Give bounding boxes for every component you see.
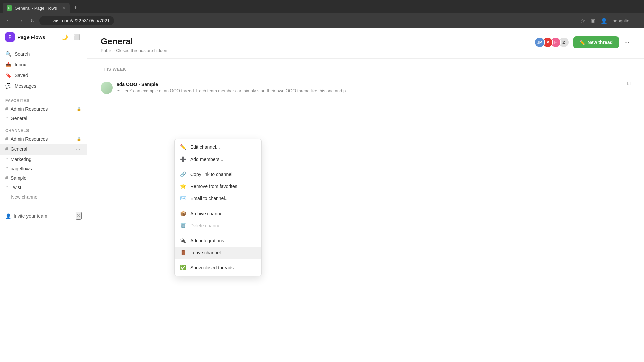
channel-title: General <box>101 36 534 47</box>
channel-body: This Week ada OOO - Sample e: Here's an … <box>87 59 644 362</box>
inbox-icon: 📥 <box>5 62 11 68</box>
sidebar-item-pageflows[interactable]: # pageflows ··· <box>0 164 87 173</box>
saved-label: Saved <box>15 73 28 78</box>
menu-item-label: Edit channel... <box>190 144 220 150</box>
menu-item-remove-favorites[interactable]: ⭐ Remove from favorites <box>175 180 261 192</box>
new-thread-icon: ✏️ <box>579 40 585 45</box>
hash-icon: # <box>5 157 8 162</box>
address-bar[interactable] <box>39 16 114 25</box>
browser-toolbar: ← → ↻ 🔒 ☆ ▣ 👤 Incognito ⋮ <box>0 13 644 28</box>
archive-icon: 📦 <box>180 210 186 217</box>
lock-icon: 🔒 <box>77 137 82 141</box>
menu-item-label: Archive channel... <box>190 211 227 216</box>
leave-icon: 🚪 <box>180 250 186 256</box>
channel-more-button[interactable]: ··· <box>75 146 82 153</box>
hash-icon: # <box>5 185 8 190</box>
channels-section: Channels # Admin Resources 🔒 ··· # Gener… <box>0 124 87 203</box>
channel-meta: Public · Closed threads are hidden <box>101 48 534 53</box>
back-button[interactable]: ← <box>4 16 13 25</box>
hash-icon: # <box>5 166 8 171</box>
menu-item-label: Delete channel... <box>190 223 225 228</box>
star-icon: ⭐ <box>180 183 186 189</box>
menu-item-show-closed-threads[interactable]: ✅ Show closed threads <box>175 262 261 274</box>
menu-item-label: Remove from favorites <box>190 184 237 189</box>
dark-mode-button[interactable]: 🌙 <box>60 33 69 41</box>
app-container: P Page Flows 🌙 ⬜ 🔍 Search 📥 Inbox 🔖 Save… <box>0 28 644 362</box>
tab-favicon: P <box>7 5 12 11</box>
sidebar-item-admin-resources[interactable]: # Admin Resources 🔒 ··· <box>0 134 87 144</box>
new-thread-label: New thread <box>588 40 613 45</box>
layout-button[interactable]: ⬜ <box>72 33 82 41</box>
messages-label: Messages <box>15 83 36 89</box>
invite-team-item[interactable]: 👤 Invite your team ✕ <box>0 209 87 222</box>
thread-content: ada OOO - Sample e: Here's an example of… <box>117 82 622 93</box>
thread-time: 1d <box>626 82 631 86</box>
menu-item-delete-channel: 🗑️ Delete channel... <box>175 220 261 232</box>
sidebar-item-saved[interactable]: 🔖 Saved <box>0 70 87 81</box>
menu-item-email-channel[interactable]: ✉️ Email to channel... <box>175 192 261 204</box>
tab-close-button[interactable]: ✕ <box>62 5 66 11</box>
sidebar-item-search[interactable]: 🔍 Search <box>0 49 87 59</box>
tab-bar: P General - Page Flows ✕ + <box>0 0 644 13</box>
menu-item-archive-channel[interactable]: 📦 Archive channel... <box>175 207 261 220</box>
invite-close-button[interactable]: ✕ <box>76 212 82 220</box>
workspace-name: Page Flows <box>17 34 57 40</box>
sidebar-item-inbox[interactable]: 📥 Inbox <box>0 59 87 70</box>
context-menu: ✏️ Edit channel... ➕ Add members... 🔗 Co… <box>174 139 262 276</box>
new-thread-button[interactable]: ✏️ New thread <box>573 36 619 48</box>
new-channel-button[interactable]: + New channel <box>0 192 87 202</box>
favorites-label: Favorites <box>0 96 87 104</box>
menu-divider-3 <box>175 233 261 233</box>
new-tab-button[interactable]: + <box>71 3 80 13</box>
channel-name: pageflows <box>11 166 82 171</box>
hash-icon: # <box>5 146 8 152</box>
invite-label: Invite your team <box>14 213 47 219</box>
address-bar-wrap: 🔒 <box>39 16 576 25</box>
channel-options-button[interactable]: ··· <box>623 38 631 47</box>
active-tab[interactable]: P General - Page Flows ✕ <box>3 3 70 13</box>
menu-item-leave-channel[interactable]: 🚪 Leave channel... <box>175 247 261 259</box>
menu-item-add-integrations[interactable]: 🔌 Add integrations... <box>175 235 261 247</box>
sidebar-item-messages[interactable]: 💬 Messages <box>0 81 87 92</box>
extension-button[interactable]: ▣ <box>589 16 597 25</box>
thread-item[interactable]: ada OOO - Sample e: Here's an example of… <box>101 77 631 99</box>
channels-label: Channels <box>0 126 87 134</box>
channel-header-info: General Public · Closed threads are hidd… <box>101 36 534 53</box>
sidebar-item-general-fav[interactable]: # General ··· <box>0 114 87 123</box>
forward-button[interactable]: → <box>16 16 25 25</box>
hash-icon: # <box>5 106 8 112</box>
lock-icon: 🔒 <box>77 107 82 111</box>
tab-title: General - Page Flows <box>15 6 59 11</box>
bookmark-button[interactable]: ☆ <box>579 16 586 25</box>
hash-icon: # <box>5 116 8 121</box>
menu-item-add-members[interactable]: ➕ Add members... <box>175 153 261 165</box>
link-icon: 🔗 <box>180 171 186 177</box>
menu-button[interactable]: ⋮ <box>632 16 640 25</box>
menu-item-edit-channel[interactable]: ✏️ Edit channel... <box>175 141 261 153</box>
sidebar-item-marketing[interactable]: # Marketing ··· <box>0 155 87 164</box>
reload-button[interactable]: ↻ <box>28 16 37 25</box>
favorites-section: Favorites # Admin Resources 🔒 ··· # Gene… <box>0 94 87 124</box>
messages-icon: 💬 <box>5 83 11 89</box>
thread-avatar <box>101 82 113 94</box>
integrations-icon: 🔌 <box>180 238 186 244</box>
sidebar: P Page Flows 🌙 ⬜ 🔍 Search 📥 Inbox 🔖 Save… <box>0 28 87 362</box>
sidebar-item-sample[interactable]: # Sample ··· <box>0 173 87 183</box>
sidebar-header-actions: 🌙 ⬜ <box>60 33 82 41</box>
toolbar-actions: ☆ ▣ 👤 Incognito ⋮ <box>579 16 640 25</box>
profile-button[interactable]: 👤 <box>599 16 609 25</box>
menu-item-copy-link[interactable]: 🔗 Copy link to channel <box>175 168 261 180</box>
sidebar-item-admin-resources-fav[interactable]: # Admin Resources 🔒 ··· <box>0 104 87 114</box>
invite-icon: 👤 <box>5 213 11 219</box>
menu-item-label: Add members... <box>190 157 223 162</box>
channel-name: General <box>11 116 82 121</box>
channel-name: Sample <box>11 175 82 181</box>
channel-name: General <box>11 146 72 152</box>
sidebar-item-twist[interactable]: # Twist ··· <box>0 183 87 192</box>
edit-icon: ✏️ <box>180 144 186 150</box>
channel-header-actions: JP ✕ F 2 ✏️ New thread ··· <box>534 36 631 48</box>
menu-divider-4 <box>175 260 261 260</box>
incognito-label: Incognito <box>611 18 629 23</box>
thread-title: ada OOO - Sample <box>117 82 622 87</box>
sidebar-item-general[interactable]: # General ··· <box>0 144 87 155</box>
